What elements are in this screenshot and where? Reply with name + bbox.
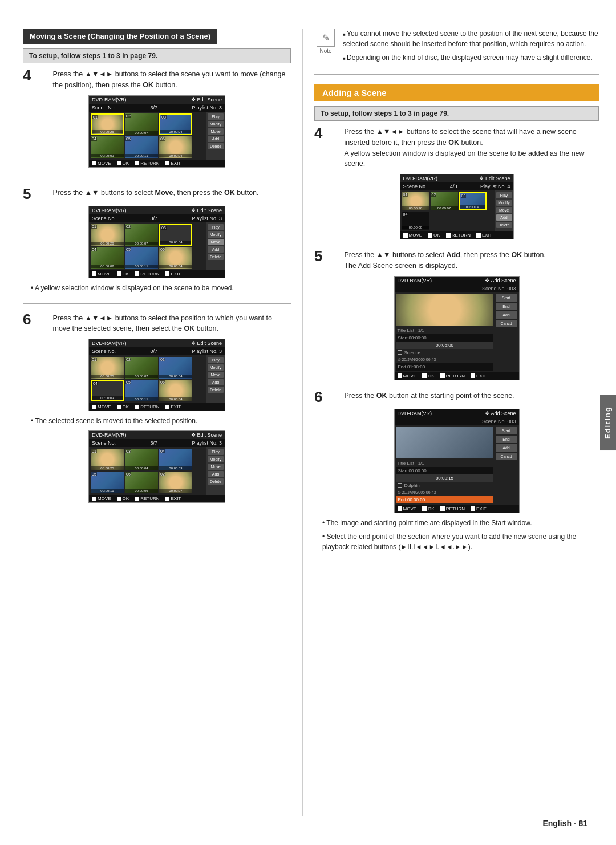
note-section: ✎ Note You cannot move the selected scen… <box>314 29 599 75</box>
step-6-right: 6 Press the OK button at the starting po… <box>314 391 599 552</box>
note-label: Note <box>319 48 331 54</box>
note-icon: ✎ <box>317 29 335 47</box>
modify-btn[interactable]: Modify <box>208 121 224 127</box>
dvd-screen-1-footer: MOVE OK RETURN EXIT <box>89 160 225 167</box>
step-number-5-left: 5 <box>23 186 31 201</box>
bullet-scene-moved: The selected scene is moved to the selec… <box>31 416 291 426</box>
scene-cell: 06 00:00:04 <box>159 136 192 158</box>
dvd-screen-2: DVD-RAM(VR) ❖ Edit Scene Scene No. 3/7 P… <box>88 206 225 278</box>
play-btn[interactable]: Play <box>208 113 224 120</box>
add-edit-screen-1: DVD-RAM(VR) ❖ Edit Scene Scene No. 4/3 P… <box>400 174 514 239</box>
bullet-image-start: The image and starting point time are di… <box>322 518 599 528</box>
step-5-right: 5 Press the ▲▼ buttons to select Add, th… <box>314 250 599 380</box>
right-column: ✎ Note You cannot move the selected scen… <box>302 29 599 816</box>
dvd-screen-3: DVD-RAM(VR) ❖ Edit Scene Scene No. 0/7 P… <box>88 339 225 411</box>
scene-cell: 02 00:00:07 <box>125 113 158 135</box>
step-number-4-left: 4 <box>23 68 31 83</box>
scene-cell: 01 00:00:25 <box>91 113 124 135</box>
step-5-left-text: Press the ▲▼ buttons to select Move, the… <box>52 188 258 198</box>
step-number-6-left: 6 <box>23 312 31 327</box>
scene-cell: 04 00:00:03 <box>91 136 124 158</box>
add-btn[interactable]: Add <box>208 136 224 142</box>
step-4-right: 4 Press the ▲▼◄► buttons to select the s… <box>314 127 599 239</box>
step-4-left-text: Press the ▲▼◄► buttons to select the sce… <box>52 69 291 91</box>
step-5-left: 5 Press the ▲▼ buttons to select Move, t… <box>23 188 291 293</box>
note-text: You cannot move the selected scene to th… <box>343 29 599 66</box>
setup-bar-left: To setup, follow steps 1 to 3 in page 79… <box>23 48 291 63</box>
step-6-right-num: 6 <box>314 389 322 404</box>
dvd-screen-1: DVD-RAM(VR) ❖ Edit Scene Scene No. 3/7 P… <box>88 95 225 168</box>
add-scene-screen-2: DVD-RAM(VR) ❖ Add Scene Scene No. 003 Ti… <box>394 409 520 513</box>
left-column: Moving a Scene (Changing the Position of… <box>23 29 302 816</box>
editing-side-tab: Editing <box>600 395 616 450</box>
dvd-screen-1-header: DVD-RAM(VR) ❖ Edit Scene <box>89 96 225 104</box>
scene-cell: 05 00:00:11 <box>125 136 158 158</box>
bullet-end-point: Select the end point of the section wher… <box>322 531 599 552</box>
dvd-screen-1-grid: 01 00:00:25 02 00:00:07 <box>89 112 225 160</box>
step-4-right-text: Press the ▲▼◄► buttons to select the sce… <box>344 127 599 169</box>
setup-bar-right: To setup, follow steps 1 to 3 in page 79… <box>314 106 599 121</box>
move-btn[interactable]: Move <box>208 128 224 135</box>
step-5-right-num: 5 <box>314 249 322 263</box>
dvd-screen-1-subheader: Scene No. 3/7 Playlist No. 3 <box>89 104 225 112</box>
step-5-right-text: Press the ▲▼ buttons to select Add, then… <box>344 250 545 271</box>
scene-cell: 03 00:00:24 <box>159 113 192 135</box>
step-4-right-num: 4 <box>314 125 322 140</box>
step-6-left-text: Press the ▲▼◄► buttons to select the pos… <box>52 313 291 335</box>
step-4-left: 4 Press the ▲▼◄► buttons to select the s… <box>23 69 291 168</box>
add-scene-screen-1: DVD-RAM(VR) ❖ Add Scene Scene No. 003 Ti… <box>394 276 520 380</box>
bullet-yellow-window: A yellow selection window is displayed o… <box>31 283 291 293</box>
adding-scene-header: Adding a Scene <box>314 84 599 101</box>
moving-scene-header: Moving a Scene (Changing the Position of… <box>23 29 217 44</box>
delete-btn[interactable]: Delete <box>208 143 224 149</box>
page-number: English - 81 <box>542 819 587 828</box>
dvd-screen-4: DVD-RAM(VR) ❖ Edit Scene Scene No. 5/7 P… <box>88 430 225 503</box>
step-6-right-text: Press the OK button at the starting poin… <box>344 391 514 401</box>
step-6-left: 6 Press the ▲▼◄► buttons to select the p… <box>23 313 291 503</box>
